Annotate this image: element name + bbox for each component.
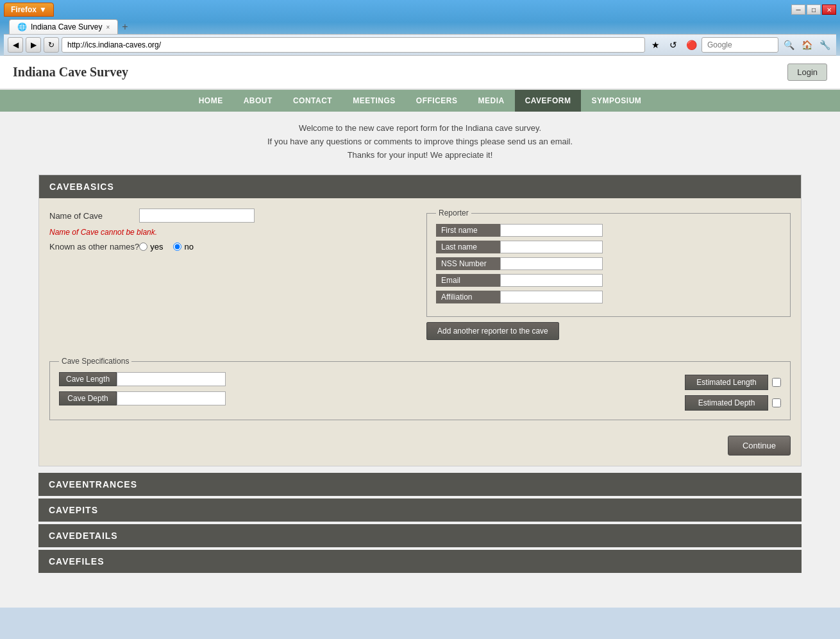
close-button[interactable]: ✕ [822,4,836,15]
nav-contact[interactable]: CONTACT [283,90,342,112]
cave-basics-header: CaveBasics [39,175,801,198]
radio-yes-option[interactable]: yes [139,242,163,251]
cave-length-input[interactable] [117,372,226,386]
add-reporter-button[interactable]: Add another reporter to the cave [426,322,559,340]
welcome-line2: If you have any questions or comments to… [13,135,827,149]
new-tab-button[interactable]: + [118,20,131,34]
cave-entrances-header[interactable]: CaveEntrances [38,473,802,496]
search-input[interactable] [701,37,778,53]
reporter-lastname-row: Last name [436,241,781,253]
welcome-section: Welcome to the new cave report form for … [0,112,840,168]
reporter-email-input[interactable] [500,274,603,287]
browser-titlebar: Firefox ▼ ─ □ ✕ [4,3,836,19]
cave-files-header[interactable]: CaveFiles [38,550,802,573]
name-of-cave-label: Name of Cave [49,211,139,221]
radio-no-label: no [184,242,193,251]
cave-depth-input[interactable] [117,391,226,405]
known-other-names-row: Known as other names? yes no [49,242,414,251]
forward-button[interactable]: ▶ [26,37,41,53]
left-column: Name of Cave Name of Cave cannot be blan… [49,209,414,340]
nav-symposium[interactable]: SYMPOSIUM [581,90,651,112]
cave-specs-fieldset: Cave Specifications Cave Length Cave Dep… [49,357,791,420]
radio-yes-input[interactable] [139,243,147,251]
tab-title: Indiana Cave Survey [31,22,102,31]
estimated-depth-row: Estimated Depth [685,395,781,411]
reporter-nss-label: NSS Number [436,257,500,270]
main-nav: HOME ABOUT CONTACT MEETINGS OFFICERS MED… [0,90,840,112]
reporter-firstname-input[interactable] [500,224,603,237]
tab-close-button[interactable]: × [106,24,110,31]
search-icon[interactable]: 🔍 [781,37,796,53]
reporter-firstname-row: First name [436,224,781,237]
firefox-menu-button[interactable]: Firefox ▼ [4,3,54,17]
window-controls: ─ □ ✕ [791,4,836,15]
reporter-nss-row: NSS Number [436,257,781,270]
nav-officers[interactable]: OFFICERS [406,90,468,112]
cave-length-row: Cave Length [59,372,410,386]
refresh-icon[interactable]: ↺ [666,37,681,53]
tab-favicon: 🌐 [17,22,27,31]
estimated-length-checkbox[interactable] [772,378,781,387]
estimated-depth-checkbox[interactable] [772,398,781,407]
known-other-names-radio: yes no [139,242,194,251]
cave-length-label: Cave Length [59,372,117,386]
address-bar[interactable] [62,37,645,53]
estimated-length-row: Estimated Length [685,375,781,390]
reporter-affiliation-input[interactable] [500,291,603,303]
nav-media[interactable]: MEDIA [468,90,515,112]
radio-no-option[interactable]: no [173,242,193,251]
estimated-depth-button[interactable]: Estimated Depth [685,395,768,411]
reporter-fieldset: Reporter First name Last name NSS Number [426,209,791,317]
cave-pits-header[interactable]: CavePits [38,498,802,522]
site-title: Indiana Cave Survey [13,65,128,80]
cave-specs-legend: Cave Specifications [59,357,131,366]
extension-icon[interactable]: 🔧 [817,37,832,53]
toolbar-icons: ★ ↺ 🔴 [648,37,699,53]
home-icon[interactable]: 🏠 [799,37,814,53]
cave-depth-label: Cave Depth [59,391,117,405]
refresh-button[interactable]: ↻ [44,37,59,53]
bookmark-star-icon[interactable]: ★ [648,37,663,53]
firefox-dropdown-icon: ▼ [39,5,47,14]
reporter-lastname-input[interactable] [500,241,603,253]
reporter-email-row: Email [436,274,781,287]
browser-toolbar: ◀ ▶ ↻ ★ ↺ 🔴 🔍 🏠 🔧 [4,34,836,56]
cave-basics-panel: CaveBasics Name of Cave Name of Cave can… [38,175,802,466]
cave-specs-wrapper: Cave Specifications Cave Length Cave Dep… [39,357,801,430]
page-wrapper: Indiana Cave Survey Login HOME ABOUT CON… [0,56,840,608]
reporter-nss-input[interactable] [500,257,603,270]
reporter-lastname-label: Last name [436,241,500,253]
continue-button[interactable]: Continue [728,436,791,456]
browser-chrome: Firefox ▼ ─ □ ✕ 🌐 Indiana Cave Survey × … [0,0,840,56]
reporter-firstname-label: First name [436,224,500,237]
cave-depth-row: Cave Depth [59,391,410,405]
cave-details-header[interactable]: CaveDetails [38,524,802,547]
known-other-names-label: Known as other names? [49,242,139,251]
estimated-length-button[interactable]: Estimated Length [685,375,768,390]
google-icon: 🔴 [684,37,699,53]
right-column: Reporter First name Last name NSS Number [426,209,791,340]
nav-about[interactable]: ABOUT [233,90,283,112]
minimize-button[interactable]: ─ [791,4,805,15]
nav-home[interactable]: HOME [189,90,233,112]
name-error-text: Name of Cave cannot be blank. [49,228,414,237]
nav-caveform[interactable]: CAVEFORM [515,90,582,112]
site-header: Indiana Cave Survey Login [0,56,840,90]
name-of-cave-input[interactable] [139,209,255,223]
login-button[interactable]: Login [787,64,827,81]
radio-no-input[interactable] [173,243,181,251]
active-tab[interactable]: 🌐 Indiana Cave Survey × [9,19,118,34]
reporter-legend: Reporter [436,209,471,217]
continue-section: Continue [39,430,801,466]
maximize-button[interactable]: □ [807,4,821,15]
specs-content: Cave Length Cave Depth Estim [59,372,781,411]
name-of-cave-row: Name of Cave [49,209,414,223]
specs-right: Estimated Length Estimated Depth [430,372,781,411]
page-outer: Indiana Cave Survey Login HOME ABOUT CON… [0,56,840,608]
nav-meetings[interactable]: MEETINGS [342,90,406,112]
welcome-line1: Welcome to the new cave report form for … [13,122,827,135]
back-button[interactable]: ◀ [8,37,23,53]
cave-basics-content: Name of Cave Name of Cave cannot be blan… [39,198,801,350]
welcome-line3: Thanks for your input! We appreciate it! [13,149,827,162]
reporter-email-label: Email [436,274,500,287]
